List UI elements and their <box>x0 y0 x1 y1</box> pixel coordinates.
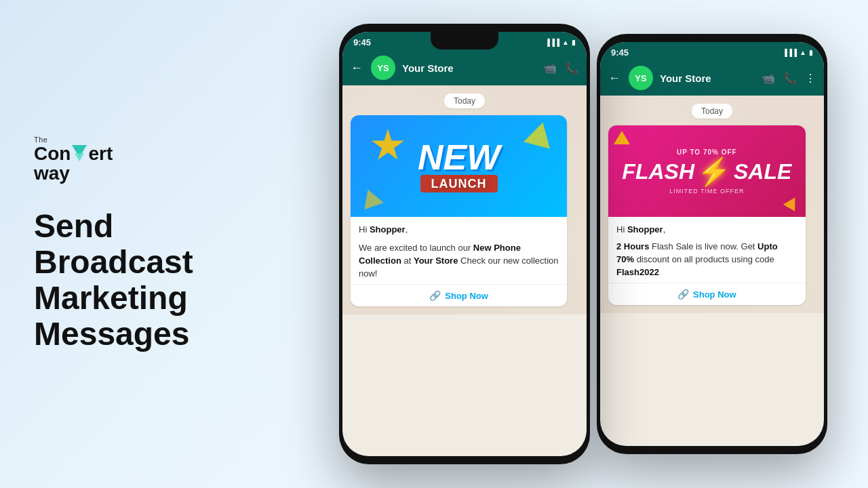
hi-text: Hi <box>359 224 370 235</box>
battery-icon: ▮ <box>809 49 813 56</box>
store-name-front: Your Store <box>402 62 536 74</box>
status-icons-back: ▐▐▐ ▲ ▮ <box>783 49 813 56</box>
logo-text: The Con ert way <box>34 136 113 182</box>
logo-way: way <box>34 165 113 182</box>
msg-text-back: Hi Shopper, <box>616 224 797 237</box>
headline: Send Broadcast Marketing Messages <box>34 209 251 352</box>
message-bubble-back: UP TO 70% OFF FLASH ⚡ SALE LIMITED TIME … <box>608 125 806 305</box>
chat-area-front: Today NEW LAUNCH <box>342 85 587 314</box>
star-decor <box>371 129 405 163</box>
wifi-icon: ▲ <box>800 49 806 56</box>
greeting-back: Hi <box>616 224 627 235</box>
phone-back-screen: 9:45 ▐▐▐ ▲ ▮ ← YS Your Store 📹 📞 ⋮ <box>600 42 824 446</box>
msg-content-front: We are excited to launch our New Phone C… <box>359 242 559 281</box>
message-bubble-front: NEW LAUNCH Hi Shopper, We are excited to… <box>351 115 567 306</box>
time-back: 9:45 <box>611 47 629 58</box>
shop-now-front[interactable]: 🔗 Shop Now <box>351 284 567 306</box>
new-launch-banner: NEW LAUNCH <box>351 115 567 217</box>
shopper-back: Shopper <box>627 224 663 235</box>
logo-v-icon <box>72 145 87 164</box>
upto-text: UP TO 70% OFF <box>677 148 737 156</box>
header-icons-back: 📹 📞 ⋮ <box>762 72 816 85</box>
status-bar-back: 9:45 ▐▐▐ ▲ ▮ <box>600 42 824 60</box>
shop-icon-front: 🔗 <box>429 290 441 301</box>
wifi-icon-front: ▲ <box>562 39 569 46</box>
call-icon: 📞 <box>783 72 797 85</box>
flash-word: FLASH <box>622 159 694 184</box>
call-icon-front: 📞 <box>565 62 578 75</box>
signal-icon: ▐▐▐ <box>783 49 797 56</box>
wa-header-front: ← YS Your Store 📹 📞 <box>342 50 587 85</box>
logo-con: Con <box>34 144 71 165</box>
date-chip-back: Today <box>692 104 732 119</box>
battery-icon-front: ▮ <box>572 39 576 46</box>
decor-tri1 <box>614 131 630 144</box>
chat-area-back: Today UP TO 70% OFF FLASH ⚡ SALE <box>600 96 824 313</box>
shop-now-back[interactable]: 🔗 Shop Now <box>608 283 806 305</box>
limited-text: LIMITED TIME OFFER <box>669 188 744 195</box>
logo-ert: ert <box>88 144 113 165</box>
headline-line1: Send Broadcast <box>34 209 251 281</box>
message-body-front: Hi Shopper, We are excited to launch our… <box>351 217 567 284</box>
signal-icon-front: ▐▐▐ <box>545 39 559 46</box>
new-word: NEW <box>418 140 500 175</box>
more-icon: ⋮ <box>805 72 816 85</box>
date-chip-front: Today <box>444 94 485 108</box>
svg-marker-1 <box>75 153 84 161</box>
message-body-back: Hi Shopper, 2 Hours Flash Sale is live n… <box>608 217 806 283</box>
shop-icon-back: 🔗 <box>677 289 689 300</box>
store-name-back: Your Store <box>660 73 755 84</box>
shop-now-label-back: Shop Now <box>693 289 736 300</box>
shop-now-label-front: Shop Now <box>445 291 488 301</box>
new-launch-content: NEW LAUNCH <box>418 140 500 192</box>
2hours-text: 2 Hours <box>616 241 649 251</box>
flash-main: FLASH ⚡ SALE <box>622 156 791 188</box>
phones-section: 9:45 ▐▐▐ ▲ ▮ ← YS Your Store 📹 📞 ⋮ <box>285 0 868 488</box>
decor2 <box>358 186 383 210</box>
logo-container: The Con ert way <box>34 136 251 182</box>
sale-word: SALE <box>734 159 791 184</box>
flash2022-text: Flash2022 <box>616 267 659 277</box>
decor-tri2 <box>783 194 801 211</box>
msg-content-back: 2 Hours Flash Sale is live now. Get Upto… <box>616 241 797 279</box>
left-section: The Con ert way Send Broadcast Marketing… <box>0 95 285 392</box>
phone-notch <box>431 32 498 49</box>
headline-line2: Marketing Messages <box>34 281 251 352</box>
back-arrow-front: ← <box>351 61 363 75</box>
phone-front-screen: 9:45 ▐▐▐ ▲ ▮ ← YS Your Store 📹 📞 Today <box>342 32 587 456</box>
phone-front: 9:45 ▐▐▐ ▲ ▮ ← YS Your Store 📹 📞 Today <box>339 24 590 464</box>
phone-back: 9:45 ▐▐▐ ▲ ▮ ← YS Your Store 📹 📞 ⋮ <box>597 34 827 454</box>
msg-greeting-front: Hi Shopper, <box>359 224 559 237</box>
video-icon-front: 📹 <box>543 62 557 75</box>
launch-box: LAUNCH <box>420 175 498 192</box>
flash-sale-banner: UP TO 70% OFF FLASH ⚡ SALE LIMITED TIME … <box>608 125 806 217</box>
flash-sale-content: UP TO 70% OFF FLASH ⚡ SALE LIMITED TIME … <box>622 148 791 195</box>
header-icons-front: 📹 📞 <box>543 62 578 75</box>
avatar-back: YS <box>629 66 653 90</box>
video-icon: 📹 <box>762 72 775 85</box>
back-arrow-back: ← <box>608 71 620 85</box>
wa-header-back: ← YS Your Store 📹 📞 ⋮ <box>600 60 824 96</box>
shopper-front: Shopper <box>370 224 406 235</box>
avatar-front: YS <box>371 56 395 80</box>
your-store-text: Your Store <box>414 256 458 266</box>
lightning-icon: ⚡ <box>697 156 731 188</box>
time-front: 9:45 <box>353 37 371 47</box>
decor1 <box>524 119 556 148</box>
status-icons-front: ▐▐▐ ▲ ▮ <box>545 39 576 46</box>
